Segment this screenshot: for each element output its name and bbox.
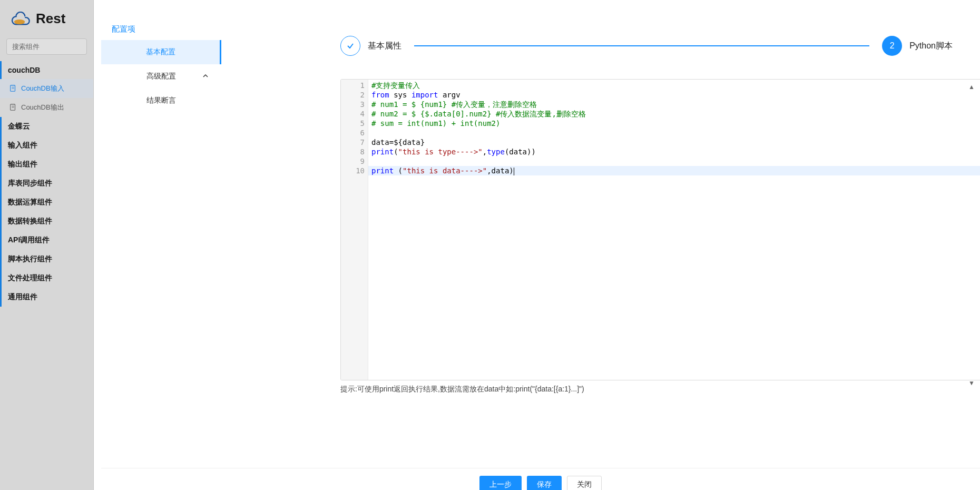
search-box: [6, 38, 87, 55]
sidebar-group[interactable]: couchDB: [0, 61, 93, 79]
document-icon: [9, 104, 17, 111]
save-button[interactable]: 保存: [527, 476, 562, 490]
check-icon: [340, 36, 360, 56]
step[interactable]: 基本属性: [340, 36, 401, 56]
sidebar-group[interactable]: 脚本执行组件: [0, 250, 93, 269]
close-button[interactable]: 关闭: [567, 476, 602, 490]
sidebar-group[interactable]: 文件处理组件: [0, 269, 93, 288]
brand-text: Rest: [36, 11, 65, 27]
step-number: 2: [882, 36, 902, 56]
code-line: print ("this is data---->",data): [368, 166, 980, 175]
sidebar-group[interactable]: 输出组件: [0, 155, 93, 174]
svg-point-0: [14, 19, 25, 24]
sidebar-item[interactable]: CouchDB输出: [0, 98, 93, 117]
config-modal: 配置项 基本配置高级配置结果断言 基本属性2Python脚本 123456789…: [101, 0, 980, 490]
sidebar: Rest couchDBCouchDB输入CouchDB输出金蝶云输入组件输出组…: [0, 0, 94, 490]
sidebar-group[interactable]: 输入组件: [0, 136, 93, 155]
scroll-up-icon[interactable]: ▲: [968, 83, 975, 91]
modal-footer: 上一步 保存 关闭: [101, 468, 980, 490]
code-line: [371, 128, 980, 138]
sidebar-group[interactable]: API调用组件: [0, 231, 93, 250]
code-line: # sum = int(num1) + int(num2): [371, 119, 980, 128]
step-label: 基本属性: [368, 41, 401, 52]
sidebar-group[interactable]: 通用组件: [0, 288, 93, 307]
step[interactable]: 2Python脚本: [882, 36, 953, 56]
code-area[interactable]: #支持变量传入from sys import argv# num1 = $ {n…: [368, 80, 980, 380]
step-connector: [414, 45, 869, 46]
code-line: data=${data}: [371, 138, 980, 147]
document-icon: [9, 85, 17, 92]
code-editor-wrap: 12345678910 #支持变量传入from sys import argv#…: [340, 79, 980, 390]
code-line: from sys import argv: [371, 90, 980, 100]
chevron-up-icon: [202, 72, 209, 81]
code-line: # num2 = $ {$.data[0].num2} #传入数据流变量,删除空…: [371, 109, 980, 119]
code-line: print("this is type---->",type(data)): [371, 147, 980, 156]
scroll-down-icon[interactable]: ▼: [968, 379, 975, 387]
search-input[interactable]: [6, 38, 87, 55]
code-line: #支持变量传入: [371, 81, 980, 90]
sidebar-item[interactable]: CouchDB输入: [0, 79, 93, 98]
step-label: Python脚本: [909, 41, 953, 52]
sidebar-item-label: CouchDB输入: [21, 84, 64, 93]
sidebar-group[interactable]: 数据转换组件: [0, 212, 93, 231]
config-tab[interactable]: 基本配置: [101, 40, 221, 64]
cloud-icon: [8, 12, 31, 26]
sidebar-group[interactable]: 金蝶云: [0, 117, 93, 136]
code-line: [371, 156, 980, 166]
line-gutter: 12345678910: [341, 80, 368, 380]
prev-button[interactable]: 上一步: [479, 476, 522, 490]
code-line: # num1 = $ {num1} #传入变量，注意删除空格: [371, 100, 980, 109]
config-tab[interactable]: 高级配置: [101, 64, 221, 89]
sidebar-group[interactable]: 数据运算组件: [0, 193, 93, 212]
code-editor[interactable]: 12345678910 #支持变量传入from sys import argv#…: [340, 79, 980, 380]
config-tabs: 基本配置高级配置结果断言: [101, 40, 221, 113]
steps-header: 基本属性2Python脚本: [340, 36, 953, 56]
logo: Rest: [0, 0, 93, 38]
sidebar-item-label: CouchDB输出: [21, 103, 64, 112]
sidebar-group[interactable]: 库表同步组件: [0, 174, 93, 193]
config-tab[interactable]: 结果断言: [101, 89, 221, 113]
editor-hint: 提示:可使用print返回执行结果,数据流需放在data中如:print("{d…: [340, 385, 584, 394]
